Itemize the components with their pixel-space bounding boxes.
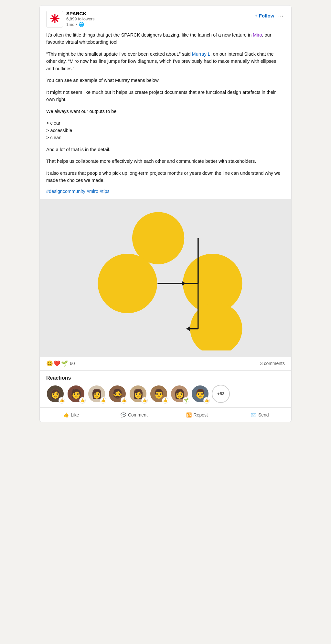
reaction-badge-3: 👍 [100,397,106,404]
flow-diagram [75,205,256,350]
avatar-item-6[interactable]: 👨 👍 [150,385,168,403]
separator: • [76,22,77,27]
more-options-button[interactable]: ··· [277,11,285,21]
post-time: 1mo [66,22,74,27]
post-header-left: ✳ SPARCK 6,899 followers 1mo • 🌐 [46,11,94,28]
reaction-badge-6: 👍 [162,397,168,404]
follow-button[interactable]: + Follow [255,13,274,18]
paragraph-4: It might not seem like much but it helps… [46,89,285,103]
reaction-emoji-1: 😊 [46,360,53,367]
sparck-logo-icon: ✳ [50,13,59,25]
list-items: > clear> accessible> clean [46,119,285,141]
reaction-emoji-3: 🌱 [61,360,68,367]
plus-more-button[interactable]: +52 [212,385,230,403]
post-text: It's often the little things that get th… [46,31,285,184]
reaction-count: 60 [70,361,75,366]
company-info: SPARCK 6,899 followers 1mo • 🌐 [66,11,94,27]
avatar-item-5[interactable]: 👩 👍 [129,385,147,403]
like-icon: 👍 [63,412,69,417]
send-icon: ✉️ [251,412,256,417]
post-meta: 1mo • 🌐 [66,22,94,27]
linkedin-post-card: ✳ SPARCK 6,899 followers 1mo • 🌐 + Follo… [39,5,292,422]
repost-icon: 🔁 [186,412,192,417]
comments-count[interactable]: 3 comments [260,361,285,366]
paragraph-8: It also ensures that people who pick up … [46,170,285,184]
avatar-item-2[interactable]: 🧑 👍 [67,385,85,403]
miro-link[interactable]: Miro [253,32,262,38]
murray-link[interactable]: Murray L. [192,51,212,57]
company-logo: ✳ [46,11,63,28]
reactions-section: Reactions 👩 👍 🧑 👍 👩 👍 [40,371,291,407]
repost-button[interactable]: 🔁 Repost [166,409,229,421]
reaction-badge-5: 👍 [141,397,148,404]
paragraph-5: We always want our outputs to be: [46,108,285,115]
reaction-badge-8: 👍 [203,397,210,404]
diagram-section [40,199,291,357]
reaction-badge-4: 👍 [121,397,127,404]
avatar-item-7[interactable]: 👩 🌱 [170,385,188,403]
comment-icon: 💬 [121,412,126,417]
avatar-item-4[interactable]: 🧔 👍 [108,385,126,403]
comment-button[interactable]: 💬 Comment [103,409,166,421]
repost-label: Repost [194,412,208,417]
avatar-item-3[interactable]: 👩 👍 [88,385,106,403]
avatar-item-8[interactable]: 👨 👍 [191,385,209,403]
post-body: It's often the little things that get th… [40,31,291,199]
reaction-badge-7: 🌱 [183,397,189,404]
svg-marker-10 [186,327,190,331]
svg-point-1 [98,253,157,313]
paragraph-2: “This might be the smallest update I’ve … [46,50,285,72]
reaction-icons-row: 😊 ❤️ 🌱 60 [46,360,75,367]
paragraph-6: And a lot of that is in the detail. [46,146,285,153]
reaction-badge-2: 👍 [79,397,86,404]
comment-label: Comment [128,412,148,417]
avatar-item-1[interactable]: 👩 👍 [46,385,64,403]
send-label: Send [258,412,269,417]
hashtags[interactable]: #designcommunity #miro #tips [46,189,285,194]
reactions-title: Reactions [46,375,285,381]
followers-count: 6,899 followers [66,17,94,21]
svg-point-0 [132,212,184,264]
post-header: ✳ SPARCK 6,899 followers 1mo • 🌐 + Follo… [40,6,291,31]
paragraph-1: It's often the little things that get th… [46,31,285,46]
globe-icon: 🌐 [79,22,84,27]
like-button[interactable]: 👍 Like [40,409,103,421]
action-bar: 👍 Like 💬 Comment 🔁 Repost ✉️ Send [40,407,291,422]
reactions-bar: 😊 ❤️ 🌱 60 3 comments [40,357,291,371]
post-header-right: + Follow ··· [255,11,285,21]
company-name[interactable]: SPARCK [66,11,94,16]
paragraph-3: You can see an example of what Murray me… [46,77,285,84]
reaction-badge-1: 👍 [59,397,65,404]
like-label: Like [71,412,79,417]
send-button[interactable]: ✉️ Send [229,409,292,421]
paragraph-7: That helps us collaborate more effective… [46,158,285,165]
avatars-row: 👩 👍 🧑 👍 👩 👍 🧔 [46,385,285,403]
reaction-emoji-2: ❤️ [54,360,60,367]
